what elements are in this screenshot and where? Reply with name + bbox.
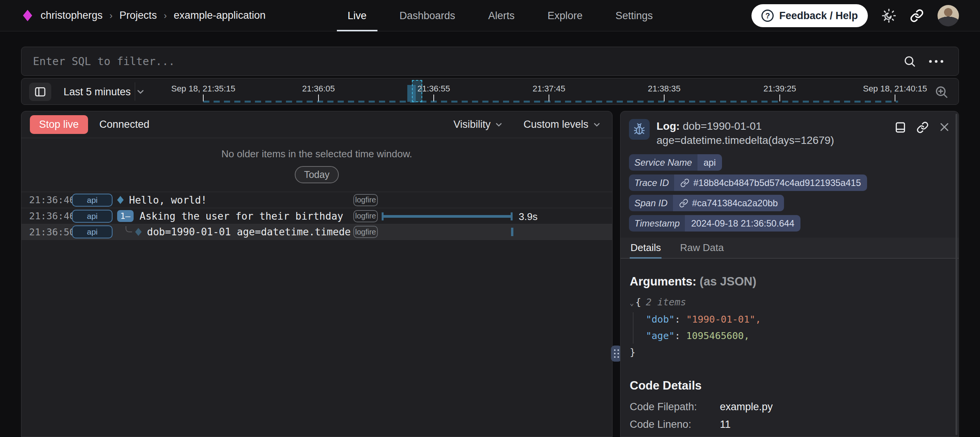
chevron-down-icon bbox=[136, 87, 145, 97]
code-filepath-row: Code Filepath: example.py bbox=[630, 398, 949, 416]
tree-connector bbox=[126, 226, 132, 232]
timeline-tick bbox=[203, 95, 204, 101]
share-link-button[interactable] bbox=[910, 9, 924, 23]
collapse-children-badge[interactable]: 1– bbox=[117, 210, 134, 222]
panel-toggle-button[interactable] bbox=[29, 83, 51, 101]
details-scrollbar[interactable] bbox=[956, 114, 957, 435]
tab-alerts[interactable]: Alerts bbox=[477, 0, 525, 31]
log-row[interactable]: 21:36:46 api 1– Asking the user for thei… bbox=[21, 208, 612, 224]
ellipsis-icon[interactable] bbox=[929, 60, 943, 63]
theme-toggle-icon bbox=[882, 8, 896, 23]
details-title-prefix: Log: bbox=[657, 120, 680, 132]
panel-toggle-icon bbox=[34, 85, 47, 98]
timeline-tick bbox=[664, 95, 665, 101]
breadcrumb-org[interactable]: christophergs bbox=[41, 10, 103, 21]
sql-filter-input[interactable] bbox=[32, 55, 903, 68]
service-badge[interactable]: api bbox=[72, 210, 113, 223]
top-nav: christophergs › Projects › example-appli… bbox=[0, 0, 980, 31]
log-timestamp: 21:36:46 bbox=[29, 210, 69, 222]
log-message: dob=1990-01-01 age=datetime.timede bbox=[147, 226, 351, 238]
log-diamond-icon bbox=[117, 196, 124, 204]
live-logs-panel: Stop live Connected Visibility Custom le… bbox=[21, 111, 612, 437]
details-content: Arguments: (as JSON) ⌄{2 items "dob": "1… bbox=[621, 275, 959, 433]
timeline-tick-label: 21:38:35 bbox=[648, 84, 681, 94]
arguments-heading: Arguments: (as JSON) bbox=[630, 275, 949, 289]
breadcrumb: christophergs › Projects › example-appli… bbox=[41, 10, 266, 21]
logfire-logo-icon[interactable] bbox=[23, 10, 32, 21]
timeline-tick-label: 21:36:55 bbox=[417, 84, 450, 94]
share-link-icon bbox=[910, 9, 924, 23]
log-row[interactable]: 21:36:46 api Hello, world! logfire bbox=[21, 192, 612, 208]
details-title-text: dob=1990-01-01 age=datetime.timedelta(da… bbox=[657, 120, 834, 146]
search-icon[interactable] bbox=[903, 55, 916, 68]
span-duration-label: 3.9s bbox=[519, 211, 537, 223]
log-type-badge bbox=[629, 119, 650, 140]
today-button[interactable]: Today bbox=[295, 166, 339, 183]
collapse-caret-icon[interactable]: ⌄ bbox=[630, 299, 634, 307]
tab-raw-data[interactable]: Raw Data bbox=[679, 238, 724, 258]
timebar-divider bbox=[135, 82, 135, 101]
json-close-brace: } bbox=[630, 344, 949, 360]
breadcrumb-separator: › bbox=[164, 10, 167, 21]
breadcrumb-project-name[interactable]: example-application bbox=[174, 10, 266, 21]
timestamp-badge: Timestamp 2024-09-18 21:36:50.644 bbox=[629, 215, 800, 232]
theme-toggle-button[interactable] bbox=[882, 8, 896, 23]
time-range-bar: Last 5 minutes Sep 18, 21:35:15 21:36:05… bbox=[21, 78, 959, 105]
log-timestamp: 21:36:50 bbox=[29, 227, 69, 238]
tab-settings[interactable]: Settings bbox=[605, 0, 664, 31]
copy-link-button[interactable] bbox=[916, 121, 929, 134]
zoom-in-button[interactable] bbox=[934, 85, 949, 99]
service-badge[interactable]: api bbox=[72, 194, 113, 207]
details-actions bbox=[894, 119, 950, 147]
stop-live-button[interactable]: Stop live bbox=[30, 115, 88, 134]
empty-window-block: No older items in the selected time wind… bbox=[21, 138, 612, 183]
service-name-badge: Service Name api bbox=[629, 154, 722, 171]
breadcrumb-separator: › bbox=[109, 10, 113, 21]
log-row-selected[interactable]: 21:36:50 api dob=1990-01-01 age=datetime… bbox=[21, 224, 612, 240]
filter-actions bbox=[903, 55, 943, 68]
custom-levels-dropdown[interactable]: Custom levels bbox=[521, 118, 604, 131]
timeline-tick-label: Sep 18, 21:40:15 bbox=[863, 84, 927, 94]
feedback-help-button[interactable]: ? Feedback / Help bbox=[751, 4, 868, 27]
time-range-label: Last 5 minutes bbox=[64, 86, 131, 98]
logfire-tag[interactable]: logfire bbox=[353, 194, 378, 206]
tab-details[interactable]: Details bbox=[630, 238, 662, 258]
log-message: Hello, world! bbox=[129, 194, 207, 206]
timeline-tick bbox=[549, 95, 549, 101]
code-details-rows: Code Filepath: example.py Code Lineno: 1… bbox=[630, 398, 949, 433]
tab-explore[interactable]: Explore bbox=[537, 0, 593, 31]
tab-live[interactable]: Live bbox=[337, 0, 377, 31]
tab-dashboards[interactable]: Dashboards bbox=[389, 0, 466, 31]
span-id-badge[interactable]: Span ID #ca741384ca2a20bb bbox=[629, 195, 784, 211]
row-duration-area bbox=[382, 224, 606, 240]
live-panel-header: Stop live Connected Visibility Custom le… bbox=[21, 111, 612, 138]
chevron-down-icon bbox=[592, 120, 601, 129]
user-avatar[interactable] bbox=[938, 5, 959, 26]
visibility-dropdown[interactable]: Visibility bbox=[451, 118, 506, 131]
logfire-tag[interactable]: logfire bbox=[353, 226, 378, 238]
metadata-badges: Service Name api Trace ID #18b84cb4847b5… bbox=[621, 152, 959, 232]
breadcrumb-projects[interactable]: Projects bbox=[119, 10, 157, 21]
json-viewer: ⌄{2 items "dob": "1990-01-01", "age": 10… bbox=[630, 294, 949, 360]
timeline-tick bbox=[318, 95, 319, 101]
json-root-line[interactable]: ⌄{2 items bbox=[630, 294, 949, 311]
close-details-button[interactable] bbox=[939, 121, 950, 133]
timeline-tick-label: 21:36:05 bbox=[302, 84, 335, 94]
timeline-tick-label: 21:39:25 bbox=[763, 84, 796, 94]
timeline-tick bbox=[895, 95, 895, 101]
empty-window-message: No older items in the selected time wind… bbox=[21, 148, 612, 160]
split-view-button[interactable] bbox=[894, 121, 906, 134]
service-badge[interactable]: api bbox=[72, 225, 113, 238]
json-entry: "age": 1095465600, bbox=[630, 328, 949, 344]
log-diamond-icon bbox=[135, 228, 142, 236]
timeline-baseline bbox=[203, 101, 898, 103]
row-duration-area: 3.9s bbox=[382, 208, 606, 224]
logfire-tag[interactable]: logfire bbox=[353, 210, 378, 222]
json-entry: "dob": "1990-01-01", bbox=[630, 311, 949, 328]
trace-id-badge[interactable]: Trace ID #18b84cb4847b5d574c4ad9121935a4… bbox=[629, 174, 867, 191]
code-details-heading: Code Details bbox=[630, 379, 949, 393]
zoom-in-icon bbox=[934, 85, 949, 99]
link-icon bbox=[916, 121, 929, 134]
log-instant-tick bbox=[511, 228, 513, 236]
log-rows: 21:36:46 api Hello, world! logfire 21:36… bbox=[21, 192, 612, 240]
